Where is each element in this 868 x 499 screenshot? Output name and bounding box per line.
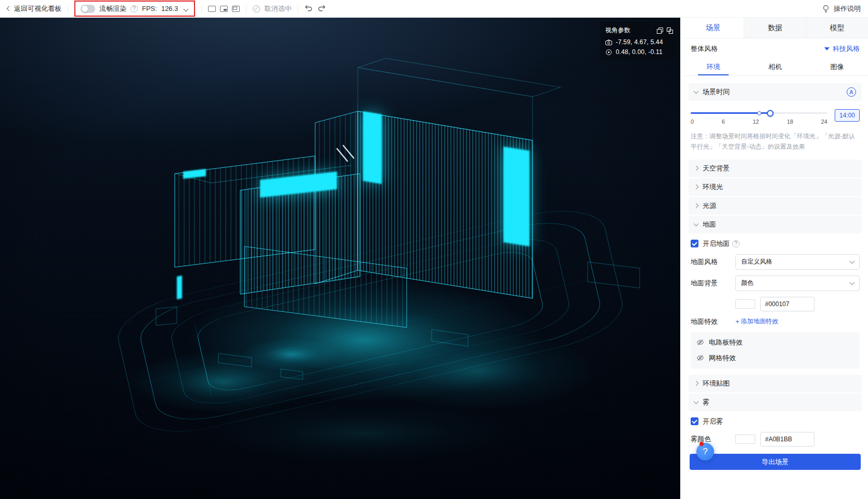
fog-color-input[interactable] [760,432,814,447]
save-view-icon[interactable] [220,6,228,12]
duplicate-icon[interactable] [667,28,673,34]
ground-style-label: 地面风格 [691,257,735,267]
fps-label: FPS: [142,5,157,12]
section-fog[interactable]: 雾 [689,393,862,411]
section-ground[interactable]: 地面 [689,216,862,233]
smooth-render-toggle[interactable] [81,5,95,13]
tick-label: 6 [722,119,725,125]
subtab-image[interactable]: 图像 [806,58,868,75]
ground-effects-label: 地面特效 [691,317,735,326]
chevron-down-icon [184,7,189,12]
ground-background-select[interactable]: 颜色 [735,275,860,291]
fog-enable-checkbox[interactable] [691,417,698,425]
section-scene-time-label: 场景时间 [703,87,730,97]
panel-scroll-area[interactable]: 场景时间 A 0 6 12 18 24 14:00 注 [682,76,868,499]
target-icon [605,49,612,56]
tick-label: 24 [821,119,827,125]
eye-off-icon[interactable] [696,354,704,362]
redo-icon [317,4,326,12]
tab-model[interactable]: 模型 [807,18,868,38]
cancel-selection-label: 取消选中 [264,4,291,14]
ground-style-value: 自定义风格 [741,257,772,266]
chevron-right-icon [694,185,699,190]
section-fog-label: 雾 [703,398,709,407]
camera-target-value: 0.48, 0.00, -0.11 [616,48,663,56]
section-ambient-light[interactable]: 环境光 [689,178,862,196]
ground-enable-label: 开启地面 [703,239,730,248]
chevron-down-icon [850,280,855,285]
section-sky-background[interactable]: 天空背景 [689,160,862,177]
view-params-title: 视角参数 [605,26,630,35]
divider [201,5,202,12]
chevron-down-icon [850,259,855,264]
section-light-label: 光源 [703,201,716,211]
chevron-down-icon [694,221,699,226]
no-select-icon [253,5,260,12]
ground-effects-row: 地面特效 添加地面特效 [691,317,860,326]
chevron-down-icon [694,89,699,94]
fog-color-swatch[interactable] [735,435,755,444]
camera-icon [605,40,612,45]
cancel-selection-button[interactable]: 取消选中 [253,4,291,14]
divider [297,5,298,12]
time-slider-tick-dot [757,111,761,115]
section-sky-label: 天空背景 [703,164,730,173]
notification-dot [699,442,704,446]
back-button[interactable]: 返回可视化看板 [7,4,61,14]
fps-value: 126.3 [161,5,178,12]
ground-enable-row: 开启地面 [691,239,860,248]
subtab-environment[interactable]: 环境 [682,58,744,75]
auto-time-icon[interactable]: A [847,87,856,97]
ground-enable-checkbox[interactable] [691,240,698,247]
effect-item-label: 网格特效 [709,353,736,363]
ground-background-value: 颜色 [741,279,754,287]
duplicate-view-icon[interactable] [232,6,240,12]
fps-dropdown-button[interactable] [182,4,189,14]
chevron-right-icon [694,381,699,386]
time-slider-handle[interactable] [767,110,774,116]
top-toolbar: 返回可视化看板 流畅渲染 FPS: 126.3 取消选中 [0,0,868,18]
section-ground-label: 地面 [703,220,716,229]
copy-icon[interactable] [657,28,663,34]
ground-color-input[interactable] [760,297,814,311]
help-icon[interactable] [131,5,138,12]
chevron-right-icon [694,166,699,171]
screenshot-icon[interactable] [208,6,216,12]
overall-style-row: 整体风格 科技风格 [682,38,868,58]
chevron-down-icon [694,399,699,404]
section-ambient-label: 环境光 [703,182,723,192]
camera-position-value: -7.59, 4.67, 5.44 [616,38,663,46]
lightbulb-icon [822,5,830,13]
add-ground-effect-button[interactable]: 添加地面特效 [735,317,779,326]
ground-style-select[interactable]: 自定义风格 [735,254,860,270]
help-icon[interactable] [732,240,740,247]
scene-canvas[interactable]: 视角参数 -7.59, 4.67, 5.44 [0,18,680,499]
eye-off-icon[interactable] [696,338,704,346]
section-env-map[interactable]: 环境贴图 [689,375,862,392]
floating-help-button[interactable]: ? [696,443,714,461]
time-slider-track[interactable] [691,112,827,114]
time-value-box[interactable]: 14:00 [835,109,860,122]
help-doc-label: 操作说明 [834,4,861,14]
fog-enable-row: 开启雾 [691,417,860,426]
redo-button[interactable] [317,4,326,14]
subtab-camera[interactable]: 相机 [744,58,806,75]
scene-time-note: 注意：调整场景时间将根据时间变化「环境光」「光源-默认平行光」「天空背景-动态」… [691,131,860,152]
tab-scene[interactable]: 场景 [682,18,744,38]
undo-button[interactable] [304,4,313,14]
help-doc-button[interactable]: 操作说明 [822,4,861,14]
overall-style-select[interactable]: 科技风格 [824,44,860,54]
panel-tabs: 场景 数据 模型 [682,18,868,38]
chevron-right-icon [694,203,699,208]
divider [68,5,68,12]
section-scene-time[interactable]: 场景时间 A [689,83,862,101]
list-item-circuit-effect[interactable]: 电路板特效 [696,335,854,350]
export-scene-button[interactable]: 导出场景 [690,454,861,470]
tab-data[interactable]: 数据 [744,18,806,38]
fog-enable-label: 开启雾 [703,417,723,426]
ground-background-label: 地面背景 [691,279,735,288]
section-light-source[interactable]: 光源 [689,197,862,215]
list-item-grid-effect[interactable]: 网格特效 [696,350,854,366]
effect-item-label: 电路板特效 [709,338,743,347]
ground-color-swatch[interactable] [735,299,755,309]
